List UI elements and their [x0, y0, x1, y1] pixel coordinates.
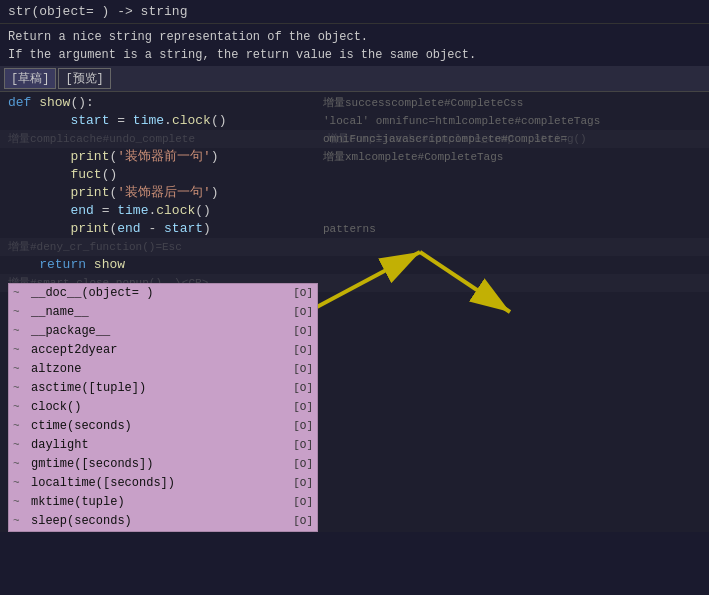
code-line: print(end - start): [0, 220, 709, 238]
ac-item[interactable]: ~ accept2dyear [O]: [9, 341, 317, 360]
code-line: end = time.clock(): [0, 202, 709, 220]
ac-item[interactable]: ~ sleep(seconds) [O]: [9, 512, 317, 531]
ac-item[interactable]: ~ __doc__(object= ) [O]: [9, 284, 317, 303]
ac-item[interactable]: ~ __package__ [O]: [9, 322, 317, 341]
code-editor[interactable]: def show(): start = time.clock() 增量compl…: [0, 92, 709, 532]
ac-item[interactable]: ~ __name__ [O]: [9, 303, 317, 322]
code-line: return show: [0, 256, 709, 274]
ac-item[interactable]: ~ gmtime([seconds]) [O]: [9, 455, 317, 474]
signature-bar: str(object= ) -> string: [0, 0, 709, 24]
desc-line-2: If the argument is a string, the return …: [8, 46, 701, 64]
tab-draft[interactable]: [草稿]: [4, 68, 56, 89]
autocomplete-popup[interactable]: ~ __doc__(object= ) [O] ~ __name__ [O] ~…: [8, 283, 318, 532]
code-line: fuct(): [0, 166, 709, 184]
ac-item[interactable]: ~ daylight [O]: [9, 436, 317, 455]
code-line-faded: 增量#deny_cr_function()=Esc: [0, 238, 709, 256]
ac-item[interactable]: ~ asctime([tuple]) [O]: [9, 379, 317, 398]
description-area: Return a nice string representation of t…: [0, 24, 709, 66]
code-line: print('装饰器前一句'): [0, 148, 709, 166]
code-line: def show():: [0, 94, 709, 112]
code-line-faded: 增量complicache#undo_complete 增量complicach…: [0, 130, 709, 148]
desc-line-1: Return a nice string representation of t…: [8, 28, 701, 46]
ac-item[interactable]: ~ clock() [O]: [9, 398, 317, 417]
tab-bar: [草稿] [预览]: [0, 66, 709, 92]
code-line: start = time.clock(): [0, 112, 709, 130]
ac-item[interactable]: ~ altzone [O]: [9, 360, 317, 379]
ac-item[interactable]: ~ ctime(seconds) [O]: [9, 417, 317, 436]
ac-item[interactable]: ~ localtime([seconds]) [O]: [9, 474, 317, 493]
ac-item[interactable]: ~ mktime(tuple) [O]: [9, 493, 317, 512]
function-signature: str(object= ) -> string: [8, 4, 187, 19]
tab-preview[interactable]: [预览]: [58, 68, 110, 89]
code-line: print('装饰器后一句'): [0, 184, 709, 202]
